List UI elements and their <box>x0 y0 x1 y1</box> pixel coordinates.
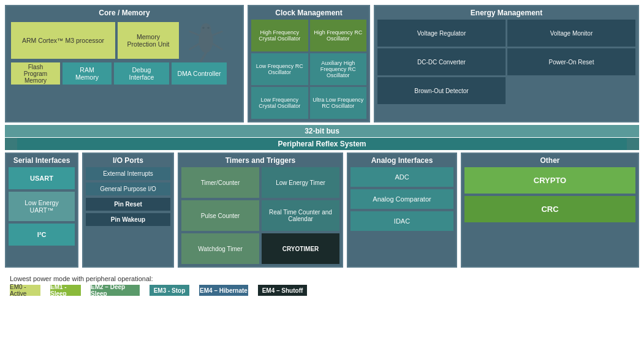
em3-label: EM3 - Stop <box>154 287 186 294</box>
energy-grid: Voltage Regulator Voltage Monitor DC-DC … <box>377 20 635 104</box>
crypto-label: CRYPTO <box>534 176 566 185</box>
legend-title: Lowest power mode with peripheral operat… <box>10 275 634 282</box>
other-title: Other <box>464 156 635 165</box>
legend-em3: EM3 - Stop <box>150 285 189 296</box>
arm-processor-cell: ARM Cortex™ M3 processor <box>11 22 115 59</box>
idac-label: IDAC <box>394 217 410 225</box>
gecko-icon <box>184 19 227 62</box>
clock-management-title: Clock Management <box>251 9 366 17</box>
dcdc-label: DC-DC Converter <box>417 59 466 66</box>
usart-cell: USART <box>9 167 75 189</box>
adc-cell: ADC <box>350 167 453 187</box>
ext-int-label: External Interrupts <box>103 170 153 177</box>
cryotimer-label: CRYOTIMER <box>282 246 319 252</box>
gpio-label: General Purpose I/O <box>100 186 156 192</box>
energy-management-title: Energy Management <box>377 9 635 17</box>
gpio-cell: General Purpose I/O <box>86 183 170 195</box>
watchdog-label: Watchdog Timer <box>198 246 242 252</box>
lf-crystal-cell: Low Frequency Crystal Oscillator <box>251 87 308 119</box>
le-uart-cell: Low Energy UART™ <box>9 192 75 221</box>
serial-grid: USART Low Energy UART™ I²C <box>9 167 75 246</box>
lf-rc-label: Low Frequency RC Oscillator <box>254 63 306 75</box>
core-memory-inner: ARM Cortex™ M3 processor Memory Protecti… <box>9 20 240 87</box>
mpu-cell: Memory Protection Unit <box>118 22 179 59</box>
comparator-cell: Analog Comparator <box>350 189 453 209</box>
em1-box: EM1 - Sleep <box>50 285 81 296</box>
ulf-rc-cell: Ultra Low Frequency RC Oscillator <box>310 87 367 119</box>
legend-em4h: EM4 – Hibernate <box>199 285 248 296</box>
pin-wakeup-cell: Pin Wakeup <box>86 213 170 226</box>
debug-interface-cell: Debug Interface <box>114 62 169 85</box>
pulse-counter-label: Pulse Counter <box>201 213 240 219</box>
other-section: Other CRYPTO CRC <box>461 153 639 268</box>
low-energy-timer-cell: Low Energy Timer <box>262 167 339 198</box>
io-ports-section: I/O Ports External Interrupts General Pu… <box>82 153 174 268</box>
svg-line-5 <box>213 31 222 35</box>
rtcc-cell: Real Time Counter and Calendar <box>262 200 339 231</box>
peripheral-reflex-label: Peripheral Reflex System <box>17 138 627 150</box>
bus-section: 32-bit bus Peripheral Reflex System <box>5 125 639 150</box>
flash-memory-label: Flash Program Memory <box>16 64 55 84</box>
analog-interfaces-section: Analog Interfaces ADC Analog Comparator … <box>347 153 457 268</box>
hf-rc-label: High Frequency RC Oscillator <box>313 29 365 42</box>
brown-out-label: Brown-Out Detector <box>414 88 468 94</box>
i2c-label: I²C <box>37 231 47 238</box>
legend-em2: EM2 – Deep Sleep <box>91 285 140 296</box>
top-section: Core / Memory ARM Cortex™ M3 processor M… <box>5 5 639 122</box>
timers-grid: Timer/Counter Low Energy Timer Pulse Cou… <box>181 167 339 264</box>
i2c-cell: I²C <box>9 224 75 246</box>
gecko-logo <box>181 22 230 59</box>
bus-32bit-label: 32-bit bus <box>17 125 627 137</box>
low-energy-timer-label: Low Energy Timer <box>276 179 325 186</box>
ulf-rc-label: Ultra Low Frequency RC Oscillator <box>313 97 365 109</box>
io-stack: External Interrupts General Purpose I/O … <box>86 167 170 226</box>
timers-section: Timers and Triggers Timer/Counter Low En… <box>178 153 343 268</box>
bottom-section: Serial Interfaces USART Low Energy UART™… <box>5 153 639 268</box>
svg-point-3 <box>207 27 210 29</box>
voltage-reg-label: Voltage Regulator <box>417 30 466 37</box>
power-on-reset-label: Power-On Reset <box>549 59 594 66</box>
em0-box: EM0 - Active <box>10 285 40 296</box>
dma-controller-cell: DMA Controller <box>172 62 227 85</box>
power-on-reset-cell: Power-On Reset <box>507 48 635 75</box>
arm-processor-label: ARM Cortex™ M3 processor <box>22 37 104 44</box>
serial-interfaces-title: Serial Interfaces <box>9 156 75 165</box>
core-memory-title: Core / Memory <box>9 9 240 17</box>
hf-crystal-cell: High Frequency Crystal Oscillator <box>251 20 308 51</box>
pin-reset-label: Pin Reset <box>114 201 142 208</box>
cryotimer-cell: CRYOTIMER <box>262 233 339 264</box>
em1-label: EM1 - Sleep <box>50 284 81 297</box>
lf-crystal-label: Low Frequency Crystal Oscillator <box>254 97 306 109</box>
svg-point-2 <box>202 27 205 29</box>
aux-hf-rc-cell: Auxiliary High Frequency RC Oscillator <box>310 53 367 85</box>
lf-rc-cell: Low Frequency RC Oscillator <box>251 53 308 85</box>
legend-em0: EM0 - Active <box>10 285 40 296</box>
main-container: Core / Memory ARM Cortex™ M3 processor M… <box>0 0 644 303</box>
ext-int-cell: External Interrupts <box>86 167 170 180</box>
em4s-box: EM4 – Shutoff <box>258 285 307 296</box>
em4s-label: EM4 – Shutoff <box>262 287 303 294</box>
core-memory-section: Core / Memory ARM Cortex™ M3 processor M… <box>5 5 244 122</box>
voltage-reg-cell: Voltage Regulator <box>377 20 506 47</box>
em4h-box: EM4 – Hibernate <box>199 285 248 296</box>
timer-counter-cell: Timer/Counter <box>181 167 259 198</box>
clock-grid: High Frequency Crystal Oscillator High F… <box>251 20 366 119</box>
serial-interfaces-section: Serial Interfaces USART Low Energy UART™… <box>5 153 78 268</box>
crypto-cell: CRYPTO <box>464 167 635 194</box>
rtcc-label: Real Time Counter and Calendar <box>264 209 337 222</box>
legend: Lowest power mode with peripheral operat… <box>5 273 639 298</box>
analog-stack: ADC Analog Comparator IDAC <box>350 167 453 231</box>
le-uart-label: Low Energy UART™ <box>25 199 58 214</box>
em2-box: EM2 – Deep Sleep <box>91 285 140 296</box>
timers-title: Timers and Triggers <box>181 156 339 165</box>
voltage-mon-cell: Voltage Monitor <box>507 20 635 47</box>
legend-em1: EM1 - Sleep <box>50 285 81 296</box>
em4h-label: EM4 – Hibernate <box>200 287 248 294</box>
comparator-label: Analog Comparator <box>373 195 431 203</box>
legend-em4s: EM4 – Shutoff <box>258 285 307 296</box>
watchdog-cell: Watchdog Timer <box>181 233 259 264</box>
em2-label: EM2 – Deep Sleep <box>91 284 140 297</box>
clock-management-section: Clock Management High Frequency Crystal … <box>248 5 370 122</box>
flash-memory-cell: Flash Program Memory <box>11 62 60 85</box>
svg-line-4 <box>190 31 199 35</box>
